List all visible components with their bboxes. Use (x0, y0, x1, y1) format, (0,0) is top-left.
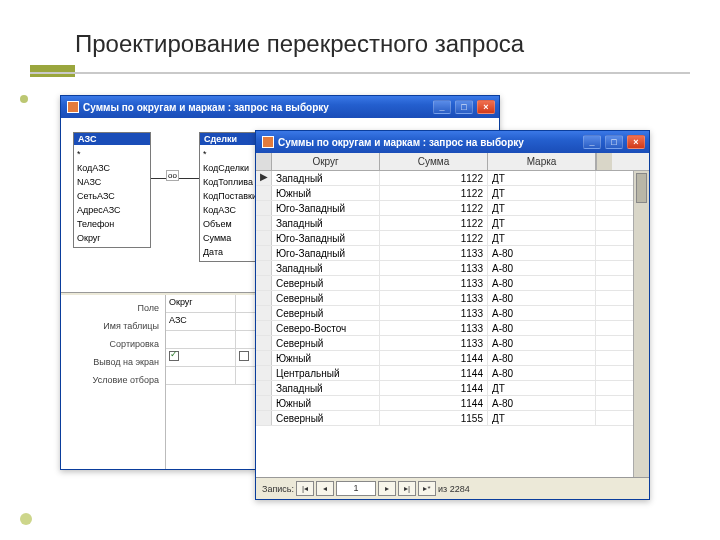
table-row[interactable]: Южный1122ДТ (256, 186, 633, 201)
row-selector[interactable]: ▶ (256, 171, 272, 185)
query-datasheet-window[interactable]: Суммы по округам и маркам : запрос на вы… (255, 130, 650, 500)
table-row[interactable]: Центральный1144А-80 (256, 366, 633, 381)
cell-okrug[interactable]: Северный (272, 336, 380, 350)
cell-marka[interactable]: ДТ (488, 171, 596, 185)
cell-marka[interactable]: А-80 (488, 261, 596, 275)
cell-okrug[interactable]: Северо-Восточ (272, 321, 380, 335)
cell-marka[interactable]: А-80 (488, 351, 596, 365)
cell-marka[interactable]: А-80 (488, 321, 596, 335)
field[interactable]: Округ (77, 231, 147, 245)
cell-okrug[interactable]: Южный (272, 186, 380, 200)
table-row[interactable]: Северный1133А-80 (256, 336, 633, 351)
table-row[interactable]: Юго-Западный1122ДТ (256, 201, 633, 216)
nav-first-button[interactable]: |◂ (296, 481, 314, 496)
field[interactable]: СетьАЗС (77, 189, 147, 203)
cell-summa[interactable]: 1144 (380, 351, 488, 365)
cell-marka[interactable]: ДТ (488, 186, 596, 200)
row-selector[interactable] (256, 291, 272, 305)
cell-summa[interactable]: 1122 (380, 171, 488, 185)
cell-summa[interactable]: 1122 (380, 186, 488, 200)
table-row[interactable]: Северный1133А-80 (256, 276, 633, 291)
datasheet[interactable]: Округ Сумма Марка ▶Западный1122ДТЮжный11… (256, 153, 649, 477)
cell-okrug[interactable]: Западный (272, 216, 380, 230)
cell-summa[interactable]: 1133 (380, 276, 488, 290)
row-selector[interactable] (256, 306, 272, 320)
cell-okrug[interactable]: Юго-Западный (272, 231, 380, 245)
grid-cell-show[interactable] (166, 349, 236, 367)
column-header[interactable]: Сумма (380, 153, 488, 170)
cell-okrug[interactable]: Западный (272, 171, 380, 185)
table-row[interactable]: Западный1133А-80 (256, 261, 633, 276)
checkbox-icon[interactable] (239, 351, 249, 361)
nav-last-button[interactable]: ▸| (398, 481, 416, 496)
scrollbar-thumb[interactable] (636, 173, 647, 203)
cell-okrug[interactable]: Северный (272, 276, 380, 290)
cell-summa[interactable]: 1155 (380, 411, 488, 425)
cell-okrug[interactable]: Юго-Западный (272, 201, 380, 215)
cell-marka[interactable]: А-80 (488, 336, 596, 350)
cell-okrug[interactable]: Западный (272, 261, 380, 275)
table-row[interactable]: Северный1133А-80 (256, 291, 633, 306)
cell-marka[interactable]: А-80 (488, 306, 596, 320)
title-bar[interactable]: Суммы по округам и маркам : запрос на вы… (256, 131, 649, 153)
table-row[interactable]: Северный1155ДТ (256, 411, 633, 426)
close-button[interactable]: × (477, 100, 495, 114)
maximize-button[interactable]: □ (455, 100, 473, 114)
row-selector[interactable] (256, 321, 272, 335)
cell-marka[interactable]: ДТ (488, 201, 596, 215)
grid-cell[interactable] (166, 331, 236, 349)
row-selector[interactable] (256, 336, 272, 350)
row-selector[interactable] (256, 396, 272, 410)
record-number-input[interactable]: 1 (336, 481, 376, 496)
cell-summa[interactable]: 1122 (380, 231, 488, 245)
close-button[interactable]: × (627, 135, 645, 149)
cell-summa[interactable]: 1122 (380, 201, 488, 215)
minimize-button[interactable]: _ (583, 135, 601, 149)
table-row[interactable]: Северный1133А-80 (256, 306, 633, 321)
column-header[interactable]: Марка (488, 153, 596, 170)
table-row[interactable]: Юго-Западный1122ДТ (256, 231, 633, 246)
row-selector[interactable] (256, 246, 272, 260)
table-row[interactable]: Южный1144А-80 (256, 351, 633, 366)
row-selector[interactable] (256, 366, 272, 380)
maximize-button[interactable]: □ (605, 135, 623, 149)
table-card-azs[interactable]: АЗС * КодАЗС NАЗС СетьАЗС АдресАЗС Телеф… (73, 132, 151, 248)
field[interactable]: КодАЗС (77, 161, 147, 175)
cell-okrug[interactable]: Северный (272, 306, 380, 320)
cell-okrug[interactable]: Южный (272, 396, 380, 410)
cell-okrug[interactable]: Северный (272, 291, 380, 305)
table-row[interactable]: Южный1144А-80 (256, 396, 633, 411)
cell-marka[interactable]: А-80 (488, 396, 596, 410)
row-selector[interactable] (256, 276, 272, 290)
cell-marka[interactable]: ДТ (488, 381, 596, 395)
cell-summa[interactable]: 1133 (380, 261, 488, 275)
cell-okrug[interactable]: Южный (272, 351, 380, 365)
cell-summa[interactable]: 1133 (380, 306, 488, 320)
table-row[interactable]: ▶Западный1122ДТ (256, 171, 633, 186)
cell-summa[interactable]: 1133 (380, 336, 488, 350)
scroll-up-button[interactable] (596, 153, 612, 170)
cell-marka[interactable]: ДТ (488, 216, 596, 230)
cell-summa[interactable]: 1144 (380, 396, 488, 410)
table-row[interactable]: Юго-Западный1133А-80 (256, 246, 633, 261)
cell-okrug[interactable]: Юго-Западный (272, 246, 380, 260)
field[interactable]: АдресАЗС (77, 203, 147, 217)
cell-okrug[interactable]: Северный (272, 411, 380, 425)
cell-marka[interactable]: ДТ (488, 231, 596, 245)
row-selector[interactable] (256, 411, 272, 425)
cell-summa[interactable]: 1144 (380, 381, 488, 395)
cell-marka[interactable]: А-80 (488, 291, 596, 305)
cell-okrug[interactable]: Центральный (272, 366, 380, 380)
grid-cell[interactable]: АЗС (166, 313, 236, 331)
select-all-corner[interactable] (256, 153, 272, 170)
cell-summa[interactable]: 1133 (380, 321, 488, 335)
cell-okrug[interactable]: Западный (272, 381, 380, 395)
field[interactable]: NАЗС (77, 175, 147, 189)
table-row[interactable]: Северо-Восточ1133А-80 (256, 321, 633, 336)
field[interactable]: Телефон (77, 217, 147, 231)
cell-summa[interactable]: 1122 (380, 216, 488, 230)
cell-summa[interactable]: 1133 (380, 246, 488, 260)
minimize-button[interactable]: _ (433, 100, 451, 114)
nav-new-button[interactable]: ▸* (418, 481, 436, 496)
nav-next-button[interactable]: ▸ (378, 481, 396, 496)
